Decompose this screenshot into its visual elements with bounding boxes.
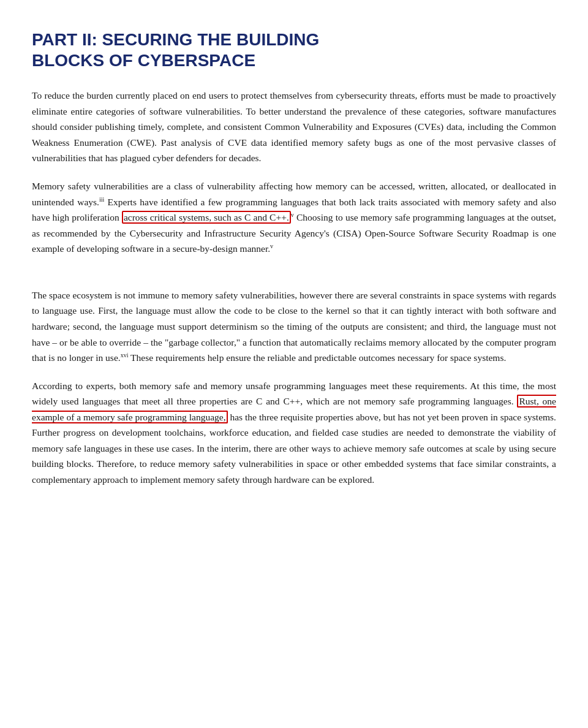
- paragraph-4: According to experts, both memory safe a…: [32, 378, 556, 488]
- paragraph-1: To reduce the burden currently placed on…: [32, 88, 556, 166]
- paragraph3-part2: These requirements help ensure the relia…: [128, 352, 506, 363]
- paragraph1-text: To reduce the burden currently placed on…: [32, 90, 556, 163]
- title-line2: BLOCKS OF CYBERSPACE: [32, 51, 255, 70]
- page-title: PART II: SECURING THE BUILDING BLOCKS OF…: [32, 29, 556, 70]
- spacer-1: [32, 269, 556, 287]
- superscript-3: v: [270, 243, 273, 249]
- paragraph4-part1: According to experts, both memory safe a…: [32, 381, 556, 407]
- paragraph-2: Memory safety vulnerabilities are a clas…: [32, 178, 556, 257]
- paragraph-3: The space ecosystem is not immune to mem…: [32, 287, 556, 366]
- superscript-xvi: xvi: [121, 352, 129, 358]
- paragraph2-highlighted-text: across critical systems, such as C and C…: [124, 212, 289, 222]
- title-line1: PART II: SECURING THE BUILDING: [32, 30, 319, 49]
- superscript-1: iii: [99, 195, 104, 202]
- highlight-c-cpp: across critical systems, such as C and C…: [122, 211, 291, 224]
- page-wrapper: PART II: SECURING THE BUILDING BLOCKS OF…: [32, 29, 556, 728]
